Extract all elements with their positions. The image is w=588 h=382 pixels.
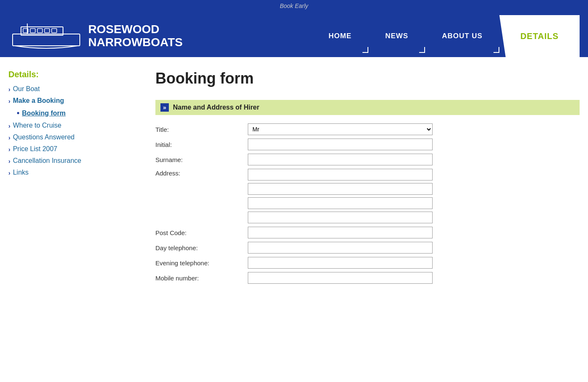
day-telephone-field <box>248 242 580 254</box>
header-main: ROSEWOOD NARROWBOATS HOME NEWS ABOUT US … <box>0 11 588 57</box>
chevron-icon: › <box>8 170 10 176</box>
book-early-bar: Book Early <box>0 0 588 11</box>
sidebar-item-where-to-cruise: › Where to Cruise <box>8 122 139 129</box>
chevron-icon: › <box>8 86 10 93</box>
svg-rect-0 <box>13 34 80 46</box>
logo-text: ROSEWOOD NARROWBOATS <box>88 23 183 49</box>
mobile-input[interactable] <box>248 272 433 284</box>
main-content: Booking form » Name and Address of Hirer… <box>147 70 580 287</box>
mobile-field <box>248 272 580 284</box>
svg-rect-5 <box>45 29 50 33</box>
page-title: Booking form <box>155 70 580 87</box>
sidebar-item-links: › Links <box>8 169 139 176</box>
form-row-address: Address: <box>155 169 580 223</box>
form-row-initial: Initial: <box>155 139 580 150</box>
logo-line1: ROSEWOOD <box>88 23 183 36</box>
sidebar-link-make-booking[interactable]: Make a Booking <box>13 97 64 105</box>
evening-telephone-field <box>248 257 580 269</box>
chevron-icon: › <box>8 123 10 129</box>
sidebar-link-links[interactable]: Links <box>13 169 29 176</box>
sidebar-link-questions-answered[interactable]: Questions Answered <box>13 133 75 141</box>
bullet-icon: • <box>17 109 19 118</box>
address-input-2[interactable] <box>248 183 433 195</box>
sidebar-sub-booking-form: • Booking form <box>17 109 139 118</box>
title-label: Title: <box>155 126 248 133</box>
sidebar-link-cancellation[interactable]: Cancellation Insurance <box>13 157 81 165</box>
sidebar-item-make-booking: › Make a Booking <box>8 97 139 105</box>
initial-input[interactable] <box>248 139 433 150</box>
logo-line2: NARROWBOATS <box>88 36 183 49</box>
svg-rect-6 <box>52 29 57 33</box>
sidebar: Details: › Our Boat › Make a Booking • B… <box>8 70 139 287</box>
section-header: » Name and Address of Hirer <box>155 100 580 115</box>
book-early-text: Book Early <box>280 3 308 9</box>
address-input-3[interactable] <box>248 197 433 209</box>
evening-telephone-label: Evening telephone: <box>155 259 248 267</box>
sidebar-item-our-boat: › Our Boat <box>8 85 139 93</box>
section-header-icon: » <box>160 103 169 112</box>
logo-boat-icon <box>8 19 84 53</box>
section-header-title: Name and Address of Hirer <box>173 104 260 111</box>
header: Book Early ROSEWOOD NARROWBOATS <box>0 0 588 57</box>
main-nav: HOME NEWS ABOUT US DETAILS <box>312 15 580 57</box>
day-telephone-input[interactable] <box>248 242 433 254</box>
address-label: Address: <box>155 169 248 177</box>
chevron-icon: › <box>8 134 10 141</box>
evening-telephone-input[interactable] <box>248 257 433 269</box>
sidebar-item-cancellation: › Cancellation Insurance <box>8 157 139 165</box>
address-input-4[interactable] <box>248 212 433 223</box>
chevron-icon: › <box>8 98 10 105</box>
chevron-icon: › <box>8 146 10 153</box>
surname-label: Surname: <box>155 156 248 163</box>
form-row-surname: Surname: <box>155 154 580 165</box>
mobile-label: Mobile number: <box>155 275 248 282</box>
sidebar-link-where-to-cruise[interactable]: Where to Cruise <box>13 122 62 129</box>
page-body: Details: › Our Boat › Make a Booking • B… <box>0 57 588 300</box>
sidebar-item-price-list: › Price List 2007 <box>8 145 139 153</box>
sidebar-link-our-boat[interactable]: Our Boat <box>13 85 40 93</box>
form-row-postcode: Post Code: <box>155 227 580 238</box>
postcode-field <box>248 227 580 238</box>
sidebar-link-price-list[interactable]: Price List 2007 <box>13 145 58 153</box>
initial-label: Initial: <box>155 141 248 148</box>
sidebar-item-questions-answered: › Questions Answered <box>8 133 139 141</box>
day-telephone-label: Day telephone: <box>155 244 248 251</box>
logo-area: ROSEWOOD NARROWBOATS <box>8 19 183 53</box>
form-row-mobile: Mobile number: <box>155 272 580 284</box>
nav-about[interactable]: ABOUT US <box>425 15 499 57</box>
postcode-input[interactable] <box>248 227 433 238</box>
address-fields <box>248 169 580 223</box>
form-row-title: Title: Mr Mrs Miss Ms Dr <box>155 123 580 135</box>
surname-field <box>248 154 580 165</box>
nav-news[interactable]: NEWS <box>368 15 425 57</box>
nav-home[interactable]: HOME <box>312 15 368 57</box>
postcode-label: Post Code: <box>155 229 248 236</box>
booking-form: Title: Mr Mrs Miss Ms Dr Initial: <box>155 123 580 284</box>
title-select[interactable]: Mr Mrs Miss Ms Dr <box>248 123 433 135</box>
initial-field <box>248 139 580 150</box>
surname-input[interactable] <box>248 154 433 165</box>
sidebar-link-booking-form[interactable]: Booking form <box>22 110 66 117</box>
nav-details[interactable]: DETAILS <box>499 15 580 57</box>
svg-rect-4 <box>37 29 42 33</box>
title-field: Mr Mrs Miss Ms Dr <box>248 123 580 135</box>
sidebar-title: Details: <box>8 70 139 79</box>
chevron-icon: › <box>8 158 10 165</box>
svg-rect-3 <box>30 29 35 33</box>
address-input-1[interactable] <box>248 169 433 181</box>
form-row-evening-telephone: Evening telephone: <box>155 257 580 269</box>
form-row-day-telephone: Day telephone: <box>155 242 580 254</box>
